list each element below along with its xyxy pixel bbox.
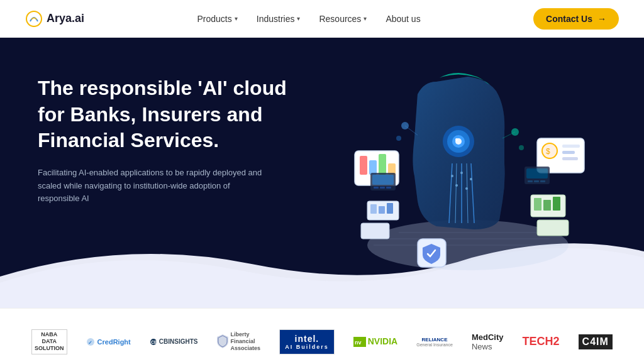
logo-medcity: MedCity News [465,327,510,356]
logos-row: NABADATASOLUTION ✓ CredRight CB CBINSIGH… [25,327,619,356]
chevron-icon: ▾ [297,15,300,22]
arrow-icon: → [597,14,606,24]
logo-text: Arya.ai [47,12,84,25]
svg-rect-49 [372,175,394,185]
svg-point-43 [396,136,401,141]
nav-products[interactable]: Products ▾ [197,14,238,24]
logo-cbinsights: CB CBINSIGHTS [143,327,204,356]
svg-point-41 [470,178,472,180]
nav-industries[interactable]: Industries ▾ [257,14,301,24]
svg-rect-25 [562,157,578,160]
nav-links: Products ▾ Industries ▾ Resources ▾ Abou… [197,14,421,24]
svg-rect-16 [360,156,367,175]
svg-point-31 [455,138,458,141]
logo-intel: intel. AI Builders [273,327,341,356]
svg-point-0 [26,11,42,26]
hero-title: The responsible 'AI' cloud for Banks, In… [38,75,289,154]
svg-text:$: $ [546,147,550,156]
logo-cfim: C4IM [572,327,619,356]
chevron-icon: ▾ [364,15,367,22]
svg-rect-18 [379,154,386,175]
svg-rect-51 [380,187,385,189]
hero-illustration: $ [336,50,625,302]
svg-rect-17 [369,160,377,175]
svg-rect-12 [543,200,551,211]
svg-rect-57 [540,180,545,182]
logo-reliance: RELIANCE General Insurance [410,327,459,356]
svg-rect-7 [379,206,385,214]
contact-us-button[interactable]: Contact Us → [533,8,619,30]
nav-about[interactable]: About us [386,14,420,24]
svg-rect-14 [537,220,569,236]
logo-credright: ✓ CredRight [80,327,137,356]
nav-resources[interactable]: Resources ▾ [319,14,367,24]
navbar: Arya.ai Products ▾ Industries ▾ Resource… [0,0,644,38]
svg-text:CB: CB [151,340,157,344]
svg-rect-24 [562,151,575,154]
logo-tech2: TECH2 [516,327,566,356]
svg-point-37 [451,175,453,177]
svg-rect-13 [553,197,560,211]
logo-nvidia: nvNVIDIA [347,327,404,356]
svg-point-39 [460,172,463,174]
logo-liberty: LibertyFinancialAssociates [211,327,267,356]
logo[interactable]: Arya.ai [25,10,84,28]
svg-point-45 [519,145,524,150]
hero-content: The responsible 'AI' cloud for Banks, In… [0,38,289,206]
hero-subtitle: Facilitating AI-enabled applications to … [38,167,264,206]
svg-rect-6 [370,204,377,214]
svg-rect-52 [386,187,391,189]
hero-section: The responsible 'AI' cloud for Banks, In… [0,38,644,308]
svg-rect-11 [534,198,541,211]
svg-point-38 [455,184,458,187]
svg-text:✓: ✓ [88,340,92,346]
chevron-icon: ▾ [235,15,238,22]
logo-icon [25,10,43,28]
svg-rect-54 [526,168,548,178]
svg-rect-9 [361,223,389,239]
svg-text:nv: nv [355,339,362,346]
svg-rect-23 [562,145,580,148]
svg-point-40 [465,187,468,190]
logos-section: NABADATASOLUTION ✓ CredRight CB CBINSIGH… [0,308,644,362]
svg-rect-56 [534,180,539,182]
logo-naba: NABADATASOLUTION [25,327,74,356]
svg-rect-50 [374,187,379,189]
svg-rect-55 [528,180,533,182]
svg-rect-8 [387,203,393,214]
